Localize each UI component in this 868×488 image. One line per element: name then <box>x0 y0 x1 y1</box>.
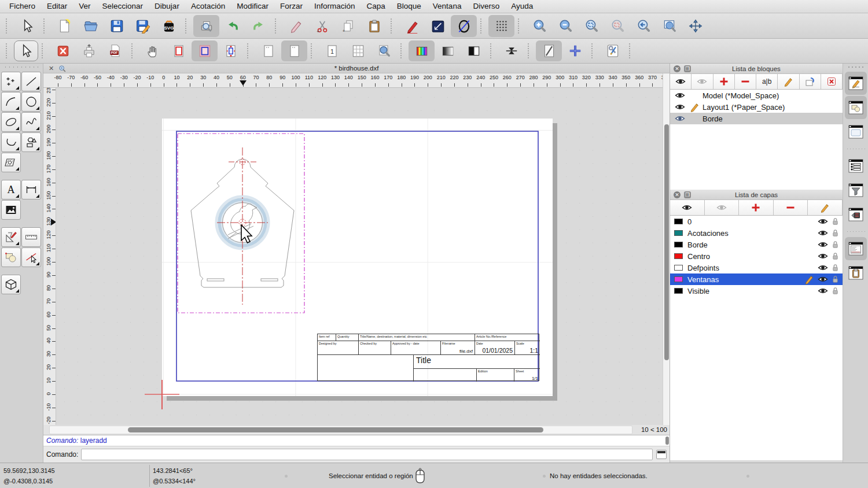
command-input[interactable] <box>81 449 653 460</box>
attributes-pencil-button[interactable] <box>399 15 425 37</box>
page-blank-button[interactable] <box>255 40 281 61</box>
dock-library-window-button[interactable] <box>845 120 867 143</box>
layer-visibility-eye-icon[interactable] <box>818 275 828 283</box>
block-tools-button[interactable] <box>1 247 21 267</box>
cad-toolbox-button[interactable] <box>1 227 21 247</box>
dock-pen-window-button[interactable] <box>845 72 867 95</box>
block-visibility-eye-icon[interactable] <box>675 103 685 111</box>
line-width-button[interactable] <box>498 40 524 61</box>
dock-block-window-button[interactable] <box>845 96 867 119</box>
draw-polyline-button[interactable] <box>1 132 21 152</box>
zoom-page-button[interactable] <box>371 40 397 61</box>
solid-box-button[interactable] <box>1 275 21 294</box>
insert-image-button[interactable] <box>1 200 21 220</box>
eye-visible-button[interactable] <box>670 200 705 215</box>
menu-editar[interactable]: Editar <box>41 0 73 13</box>
palette-drag-handle[interactable] <box>3 66 39 68</box>
cut-button[interactable]: + <box>309 15 335 37</box>
layer-visibility-eye-icon[interactable] <box>818 217 828 225</box>
draw-spline-button[interactable] <box>21 112 41 132</box>
edit-pencil-button[interactable] <box>808 200 843 215</box>
measure-button[interactable] <box>21 227 41 247</box>
snap-grid-button[interactable] <box>488 15 514 37</box>
zoom-in-button[interactable] <box>526 15 552 37</box>
block-edit-pencil-icon[interactable] <box>690 102 700 112</box>
command-history[interactable]: Comando: layeradd <box>43 435 670 446</box>
draw-ellipse-button[interactable] <box>1 112 21 132</box>
keyboard-focus-icon[interactable] <box>656 450 667 459</box>
menu-dibujar[interactable]: Dibujar <box>149 0 185 13</box>
gradient-bar-button[interactable] <box>435 40 461 61</box>
draw-arc-button[interactable] <box>1 92 21 112</box>
export-pdf-button[interactable]: PDF <box>102 40 128 61</box>
layer-visibility-eye-icon[interactable] <box>818 229 828 237</box>
dock-filter-window-button[interactable] <box>845 179 867 202</box>
line-attributes-button[interactable] <box>425 15 451 37</box>
zoom-selection-button[interactable] <box>604 15 630 37</box>
delete-block-button[interactable] <box>821 74 843 89</box>
dock-plot-window-button[interactable] <box>845 203 867 226</box>
draft-border-button[interactable] <box>165 40 192 61</box>
eye-hidden-button[interactable] <box>705 200 740 215</box>
block-visibility-eye-icon[interactable] <box>675 91 685 99</box>
layer-lock-icon[interactable] <box>832 275 839 284</box>
layer-row-centro[interactable]: Centro <box>670 250 843 262</box>
viewport-fit-button[interactable] <box>218 40 244 61</box>
layer-lock-icon[interactable] <box>832 263 839 272</box>
block-row-layout1-paper-space-[interactable]: Layout1 (*Paper_Space) <box>670 101 843 113</box>
crosshair-plus-button[interactable] <box>562 40 588 61</box>
menu-modificar[interactable]: Modificar <box>231 0 274 13</box>
menu-diverso[interactable]: Diverso <box>467 0 505 13</box>
ellipse-line-button[interactable] <box>451 15 477 37</box>
menu-forzar[interactable]: Forzar <box>274 0 308 13</box>
zoom-auto-button[interactable] <box>578 15 604 37</box>
draw-point-button[interactable] <box>1 72 21 91</box>
eye-hidden-button[interactable] <box>692 74 713 89</box>
horizontal-scrollbar[interactable] <box>49 426 632 434</box>
open-folder-button[interactable] <box>78 15 104 37</box>
menu-fichero[interactable]: Fichero <box>3 0 41 13</box>
dock-command-window-button[interactable] <box>845 237 867 260</box>
draw-text-button[interactable]: A <box>1 180 21 199</box>
zoom-window-button[interactable] <box>656 15 682 37</box>
layer-lock-icon[interactable] <box>832 217 839 226</box>
layer-visibility-eye-icon[interactable] <box>818 287 828 295</box>
settings-tools-button[interactable] <box>599 40 626 61</box>
menu-ayuda[interactable]: Ayuda <box>505 0 539 13</box>
zoom-out-button[interactable] <box>552 15 578 37</box>
paste-button[interactable] <box>361 15 387 37</box>
print-preview-button[interactable] <box>193 15 219 37</box>
insert-block-button[interactable] <box>800 74 821 89</box>
pages-grid-button[interactable] <box>345 40 371 61</box>
delete-entities-button[interactable] <box>283 15 309 37</box>
menu-informaci-n[interactable]: Información <box>308 0 361 13</box>
page-one-button[interactable]: 1 <box>319 40 345 61</box>
close-document-button[interactable] <box>50 40 76 61</box>
select-cursor-button[interactable] <box>14 15 40 37</box>
copy-button[interactable]: + <box>335 15 361 37</box>
block-row-borde[interactable]: Borde <box>670 113 843 124</box>
draw-circle-button[interactable] <box>21 92 41 112</box>
layer-row-borde[interactable]: Borde <box>670 239 843 250</box>
layer-edit-pencil-icon[interactable] <box>804 275 814 284</box>
undo-button[interactable] <box>219 15 245 37</box>
export-svg-button[interactable]: SVG <box>156 15 182 37</box>
menu-bloque[interactable]: Bloque <box>391 0 427 13</box>
menu-seleccionar[interactable]: Seleccionar <box>97 0 149 13</box>
edit-pencil-button[interactable] <box>778 74 799 89</box>
dock-list-window-button[interactable] <box>845 154 867 178</box>
remove-minus-button[interactable] <box>735 74 756 89</box>
page-current-button[interactable] <box>281 40 307 61</box>
layer-lock-icon[interactable] <box>832 252 839 261</box>
viewport-fill-button[interactable] <box>192 40 218 61</box>
vertical-scrollbar-thumb[interactable] <box>664 124 669 360</box>
draw-dimension-button[interactable] <box>21 180 41 199</box>
layer-row-defpoints[interactable]: Defpoints <box>670 262 843 273</box>
pan-hand-button[interactable] <box>139 40 165 61</box>
block-visibility-eye-icon[interactable] <box>675 114 685 123</box>
dock-drag-handle[interactable] <box>847 66 865 68</box>
block-row-model-model-space-[interactable]: Model (*Model_Space) <box>670 90 843 101</box>
draw-polygon-button[interactable] <box>21 132 41 152</box>
black-white-button[interactable] <box>461 40 487 61</box>
eye-visible-button[interactable] <box>670 74 692 89</box>
